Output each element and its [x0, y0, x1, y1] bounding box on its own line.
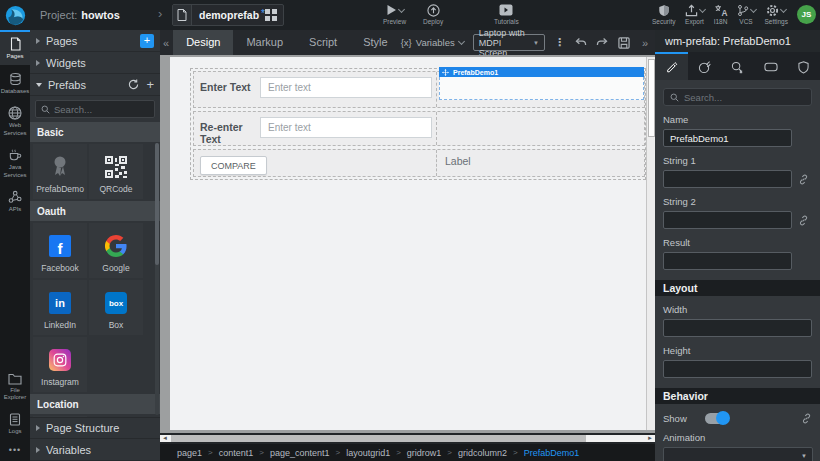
prefabs-section-header[interactable]: Prefabs + [30, 74, 160, 96]
rail-item-apis[interactable]: APIs [0, 183, 30, 218]
tab-markup[interactable]: Markup [233, 30, 296, 55]
tab-events[interactable] [754, 52, 787, 80]
export-button[interactable]: Export [685, 3, 705, 25]
breadcrumb-item[interactable]: gridcolumn2 [458, 448, 507, 458]
string2-input[interactable] [663, 211, 792, 229]
collapse-left-panel-button[interactable]: « [160, 37, 173, 49]
canvas-horizontal-scrollbar[interactable]: ◄ ► [160, 433, 655, 444]
undo-button[interactable] [574, 37, 587, 48]
page-structure-section-header[interactable]: Page Structure [30, 417, 160, 439]
result-input[interactable] [663, 252, 792, 270]
prefab-tile-google[interactable]: Google [89, 223, 143, 278]
prefab-tile-prefabdemo[interactable]: PrefabDemo [33, 144, 87, 199]
string1-input[interactable] [663, 170, 792, 188]
i18n-button[interactable]: A I18N [714, 3, 728, 25]
rail-item-java-services[interactable]: Java Services [0, 141, 30, 183]
rail-item-databases[interactable]: Databases [0, 65, 30, 100]
rail-item-logs[interactable]: Logs [0, 406, 30, 440]
user-avatar[interactable]: JS [797, 5, 816, 24]
rail-more-button[interactable]: ••• [0, 439, 30, 461]
show-bind-icon[interactable] [801, 413, 812, 424]
save-button[interactable] [618, 37, 630, 49]
shield-icon [798, 61, 809, 74]
scroll-right-arrow[interactable]: ► [645, 435, 655, 442]
widgets-section-header[interactable]: Widgets [30, 52, 160, 74]
prefab-tile-box[interactable]: box Box [89, 280, 143, 335]
wavemaker-logo[interactable] [3, 3, 28, 28]
import-prefab-button[interactable]: + [146, 78, 154, 91]
canvas-vertical-scrollbar[interactable] [646, 57, 655, 430]
scrollbar-thumb[interactable] [171, 435, 586, 442]
add-page-button[interactable]: + [140, 34, 154, 48]
height-input[interactable] [663, 360, 812, 378]
tab-inspect[interactable] [721, 52, 754, 80]
pages-grid-icon[interactable] [265, 9, 283, 21]
project-indicator[interactable]: Project: howtos [40, 0, 120, 30]
name-input[interactable] [663, 129, 792, 147]
widget-body[interactable] [439, 77, 644, 100]
layout-grid[interactable]: Enter Text PrefabDemo1 [190, 68, 646, 180]
grid-row-2[interactable]: Re-enter Text [193, 111, 645, 146]
compare-button[interactable]: COMPARE [200, 156, 267, 175]
rail-item-web-services[interactable]: Web Services [0, 99, 30, 141]
reenter-text-input[interactable] [260, 117, 432, 138]
tab-styles[interactable] [688, 52, 721, 80]
breadcrumb-item[interactable]: gridrow1 [407, 448, 442, 458]
tab-security[interactable] [787, 52, 820, 80]
more-options-button[interactable]: ⋮ [554, 36, 565, 49]
prefab-tile-qrcode[interactable]: QRCode [89, 144, 143, 199]
redo-button[interactable] [596, 37, 609, 48]
tab-style[interactable]: Style [350, 30, 400, 55]
pages-section-header[interactable]: Pages + [30, 30, 160, 52]
canvas-page[interactable]: Enter Text PrefabDemo1 [170, 57, 646, 430]
animation-select[interactable]: ▼ [663, 447, 813, 461]
rail-item-pages[interactable]: Pages [0, 30, 30, 65]
preview-button[interactable]: Preview [383, 3, 406, 25]
tab-design[interactable]: Design [173, 30, 233, 55]
prefab-tile-linkedin[interactable]: in LinkedIn [33, 280, 87, 335]
selected-prefab-widget[interactable]: PrefabDemo1 [439, 67, 644, 100]
string2-bind-icon[interactable] [798, 215, 809, 226]
breadcrumb-item[interactable]: page_content1 [270, 448, 330, 458]
grid-column-2[interactable]: Label [437, 150, 644, 176]
grid-row-3[interactable]: COMPARE Label [193, 149, 645, 177]
rail-item-file-explorer[interactable]: File Explorer [0, 366, 30, 406]
show-toggle[interactable] [705, 413, 729, 424]
properties-search-input[interactable] [684, 92, 794, 103]
device-selector[interactable]: Laptop with MDPI Screen ▼ [473, 34, 545, 51]
tab-properties[interactable] [655, 52, 688, 80]
prefab-tile-location-partial[interactable] [33, 416, 87, 417]
security-button[interactable]: Security [652, 3, 675, 25]
breadcrumb-item[interactable]: page1 [177, 448, 202, 458]
scroll-left-arrow[interactable]: ◄ [160, 435, 170, 442]
grid-column-2[interactable]: PrefabDemo1 [437, 72, 644, 107]
tutorials-button[interactable]: Tutorials [494, 3, 519, 25]
refresh-icon[interactable] [128, 79, 139, 90]
prefab-tile-instagram[interactable]: Instagram [33, 337, 87, 392]
current-page-selector[interactable]: demoprefab * [172, 4, 284, 26]
breadcrumb-item[interactable]: layoutgrid1 [346, 448, 390, 458]
grid-column-1[interactable]: Enter Text [194, 72, 437, 107]
tab-script[interactable]: Script [296, 30, 350, 55]
grid-row-1[interactable]: Enter Text PrefabDemo1 [193, 71, 645, 108]
prefab-list-scrollbar[interactable] [155, 143, 159, 415]
width-input[interactable] [663, 319, 812, 337]
widget-selection-bar[interactable]: PrefabDemo1 [439, 67, 644, 77]
deploy-button[interactable]: Deploy [423, 3, 443, 25]
prefab-search-input[interactable] [54, 104, 144, 115]
string1-bind-icon[interactable] [798, 174, 809, 185]
vcs-button[interactable]: VCS [737, 3, 756, 25]
grid-column-1[interactable]: Re-enter Text [194, 112, 437, 145]
enter-text-input[interactable] [260, 77, 432, 98]
grid-column-2[interactable] [437, 112, 644, 145]
settings-button[interactable]: Settings [765, 3, 789, 25]
breadcrumb-item[interactable]: content1 [219, 448, 254, 458]
breadcrumb-item-active[interactable]: PrefabDemo1 [524, 448, 580, 458]
grid-column-1[interactable]: COMPARE [194, 150, 437, 176]
label-widget[interactable]: Label [445, 155, 471, 167]
scrollbar-thumb[interactable] [648, 59, 655, 137]
collapse-right-panel-button[interactable]: » [639, 37, 651, 49]
prefab-tile-facebook[interactable]: f Facebook [33, 223, 87, 278]
variables-button[interactable]: {x} Variables [401, 37, 464, 48]
variables-section-header[interactable]: Variables [30, 439, 160, 461]
